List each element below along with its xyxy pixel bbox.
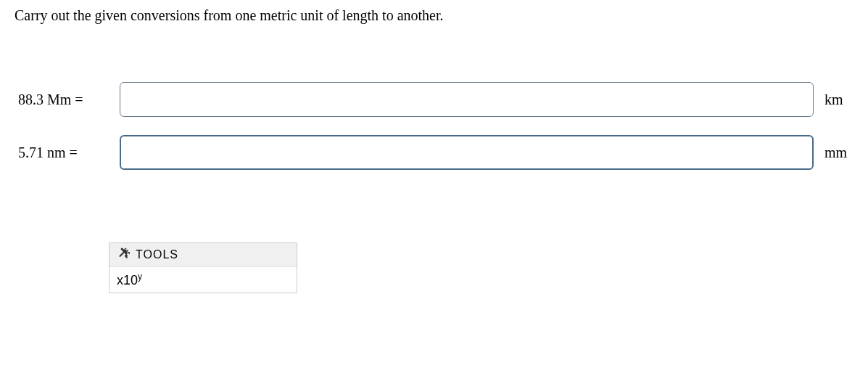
instruction-text: Carry out the given conversions from one… (15, 7, 853, 24)
conversion-row-1: 88.3 Mm = km (15, 82, 853, 117)
conversion-row-2: 5.71 nm = mm (15, 135, 853, 170)
tool-button-exponent: y (138, 271, 142, 282)
conversion-unit-2: mm (824, 144, 853, 161)
wrench-icon (118, 248, 130, 262)
conversion-unit-1: km (824, 91, 853, 108)
conversion-input-1[interactable] (120, 82, 814, 117)
tools-header-label: TOOLS (136, 248, 178, 261)
tools-header: TOOLS (109, 243, 297, 267)
tools-scientific-notation-button[interactable]: x10y (109, 267, 297, 293)
tools-panel: TOOLS x10y (109, 242, 297, 293)
conversion-label-2: 5.71 nm = (15, 144, 109, 161)
tool-button-base: x10 (117, 273, 138, 287)
conversion-label-1: 88.3 Mm = (15, 91, 109, 108)
conversion-input-2[interactable] (120, 135, 814, 170)
